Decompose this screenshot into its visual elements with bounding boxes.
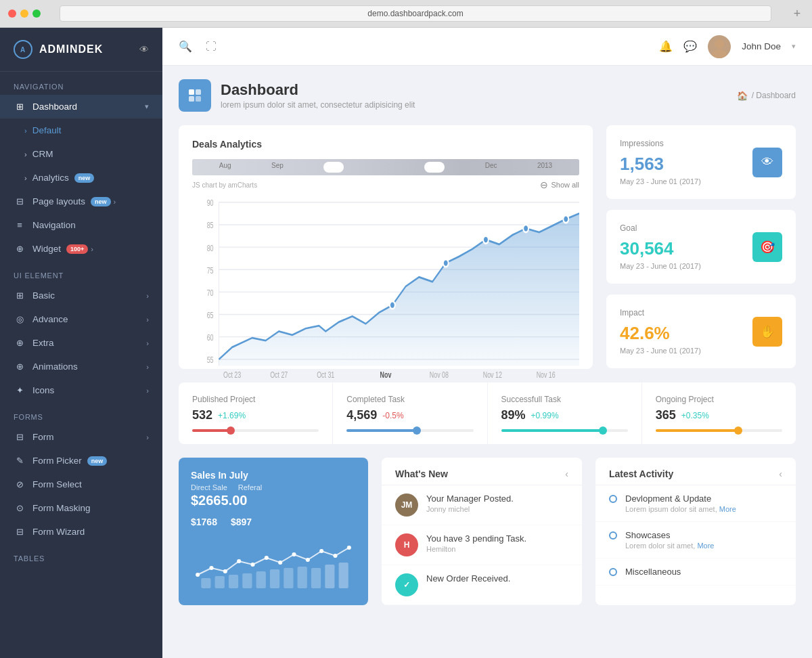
latest-dot-0 [609, 495, 617, 503]
breadcrumb: 🏠 / Dashboard [737, 91, 796, 101]
stat-cell-published-label: Published Project [192, 395, 319, 404]
whats-new-arrow[interactable]: ‹ [565, 468, 568, 479]
stat-progress-thumb-published[interactable] [227, 426, 235, 435]
show-all-button[interactable]: ⊖ Show all [540, 179, 579, 190]
stat-cell-published-change: +1.69% [218, 411, 246, 420]
form-icon: ⊟ [14, 432, 26, 442]
extra-arrow: › [146, 339, 149, 347]
svg-text:Nov 16: Nov 16 [537, 370, 556, 380]
sales-total: $2665.00 [191, 493, 247, 508]
latest-items: Devlopment & Update Lorem ipsum dolor si… [595, 485, 796, 586]
sidebar-item-form-wizard[interactable]: ⊟ Form Wizard [0, 520, 162, 544]
latest-more-0[interactable]: More [719, 505, 736, 513]
svg-rect-54 [298, 567, 307, 588]
sidebar-item-animations[interactable]: ⊕ Animations › [0, 355, 162, 378]
avatar[interactable] [708, 35, 731, 58]
svg-text:90: 90 [207, 198, 214, 208]
svg-text:65: 65 [207, 311, 214, 320]
sidebar-item-advance[interactable]: ◎ Advance › [0, 307, 162, 331]
logo-icon: A [14, 40, 32, 59]
page-header-icon [179, 79, 211, 112]
svg-point-37 [223, 569, 227, 573]
topnav: 🔍 ⛶ 🔔 💬 John Doe ▾ [162, 28, 812, 66]
activity-avatar-0: JM [395, 494, 418, 517]
url-bar[interactable]: demo.dashboardpack.com [60, 5, 771, 22]
sidebar-item-form-select[interactable]: ⊘ Form Select [0, 473, 162, 496]
sidebar-item-widget[interactable]: ⊕ Widget 100+ › [0, 237, 162, 261]
sidebar-item-form-picker[interactable]: ✎ Form Picker new [0, 449, 162, 473]
sidebar-item-basic[interactable]: ⊞ Basic › [0, 284, 162, 307]
svg-point-32 [483, 236, 489, 244]
widget-arrow: › [91, 245, 93, 253]
svg-point-46 [347, 546, 351, 550]
sidebar-item-form-masking[interactable]: ⊙ Form Masking [0, 496, 162, 520]
latest-title: Latest Activity [609, 468, 673, 479]
extra-icon: ⊕ [14, 338, 26, 348]
stat-progress-thumb-ongoing[interactable] [734, 426, 742, 435]
stat-cell-ongoing-main: 365 +0.35% [656, 408, 782, 422]
maximize-dot[interactable] [32, 9, 41, 18]
sidebar-item-extra[interactable]: ⊕ Extra › [0, 331, 162, 355]
latest-more-1[interactable]: More [697, 542, 714, 550]
slider-handle-left[interactable] [323, 162, 344, 173]
sidebar-item-page-layouts[interactable]: ⊟ Page layouts new › [0, 190, 162, 213]
svg-point-30 [390, 301, 395, 309]
close-dot[interactable] [8, 9, 16, 18]
activity-avatar-2: ✓ [395, 573, 418, 596]
fullscreen-icon[interactable]: ⛶ [206, 41, 217, 53]
bell-icon[interactable]: 🔔 [659, 40, 673, 53]
latest-text-1: Showcases Lorem dolor sit amet, More [625, 530, 714, 550]
svg-point-40 [265, 556, 269, 560]
page-title: Dashboard [221, 81, 415, 99]
stat-progress-fill-successful [501, 429, 603, 432]
sidebar-item-icons[interactable]: ✦ Icons › [0, 378, 162, 402]
stat-progress-thumb-successful[interactable] [599, 426, 607, 435]
chat-icon[interactable]: 💬 [683, 40, 697, 53]
basic-icon: ⊞ [14, 290, 26, 301]
sidebar-item-navigation[interactable]: ≡ Navigation [0, 213, 162, 237]
stat-cell-completed-main: 4,569 -0.5% [346, 408, 473, 422]
stat-cell-completed-label: Completed Task [346, 395, 473, 404]
stat-cell-successful-value: 89% [501, 408, 526, 422]
minimize-dot[interactable] [20, 9, 28, 18]
sales-values: $2665.00 [191, 493, 356, 508]
svg-rect-53 [284, 568, 293, 588]
svg-rect-47 [201, 578, 210, 588]
svg-point-43 [306, 558, 310, 562]
svg-rect-4 [189, 96, 194, 102]
impact-value: 42.6% [620, 323, 752, 344]
stat-cell-completed-change: -0.5% [382, 411, 403, 420]
home-icon[interactable]: 🏠 [737, 91, 748, 101]
svg-text:Nov 08: Nov 08 [430, 370, 449, 380]
new-tab-button[interactable]: + [790, 7, 804, 20]
search-icon[interactable]: 🔍 [179, 40, 192, 53]
stat-progress-fill-completed [346, 429, 416, 432]
slider-handle-right[interactable] [424, 162, 445, 173]
sidebar-item-crm[interactable]: › CRM [0, 142, 162, 166]
sidebar-item-analytics[interactable]: › Analytics new [0, 166, 162, 190]
sidebar-item-default[interactable]: › Default [0, 118, 162, 142]
svg-rect-57 [339, 563, 348, 588]
page-subtitle: lorem ipsum dolor sit amet, consectetur … [221, 100, 415, 110]
svg-point-0 [715, 39, 724, 49]
latest-arrow[interactable]: ‹ [779, 468, 782, 479]
sidebar-item-form[interactable]: ⊟ Form › [0, 425, 162, 449]
svg-point-44 [319, 549, 323, 553]
stat-progress-thumb-completed[interactable] [413, 426, 421, 435]
sales-title: Sales In July [191, 470, 248, 481]
svg-point-33 [523, 225, 528, 232]
user-caret[interactable]: ▾ [792, 42, 796, 51]
page-header-text: Dashboard lorem ipsum dolor sit amet, co… [221, 81, 415, 110]
whats-new-items: JM Your Manager Posted. Jonny michel H Y… [382, 485, 582, 605]
widget-icon: ⊕ [14, 244, 26, 254]
activity-text-2: New Order Received. [426, 573, 510, 584]
navigation-icon: ≡ [14, 220, 26, 230]
direct-sale-label: Direct Sale [191, 483, 227, 491]
browser-dots [8, 9, 41, 18]
app-container: A ADMINDEK 👁 Navigation ⊞ Dashboard ▾ › … [0, 28, 812, 658]
stat-cell-ongoing-label: Ongoing Project [656, 395, 782, 404]
stat-cell-ongoing: Ongoing Project 365 +0.35% [642, 382, 796, 444]
sidebar-item-dashboard[interactable]: ⊞ Dashboard ▾ [0, 95, 162, 118]
chart-area: Aug Sep Dec 2013 [192, 159, 579, 355]
eye-icon[interactable]: 👁 [139, 44, 149, 55]
